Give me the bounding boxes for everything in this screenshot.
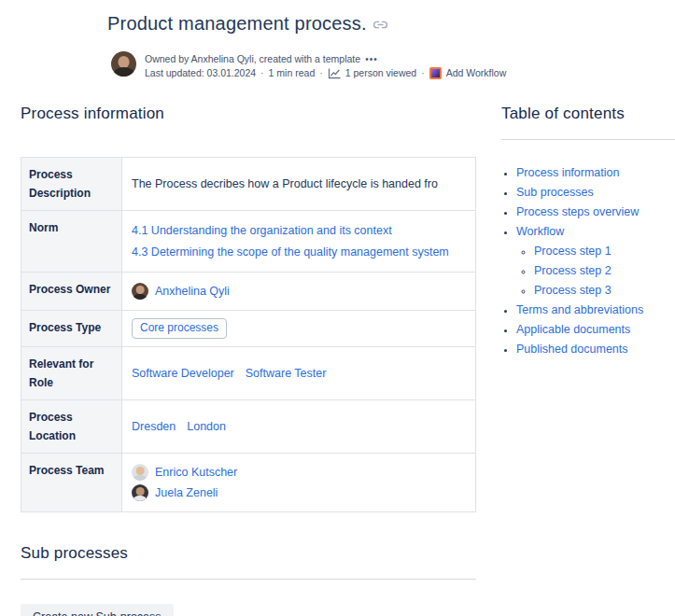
dot-separator: · <box>319 66 323 80</box>
table-row: Relevant for RoleSoftware DeveloperSoftw… <box>21 347 476 400</box>
add-workflow-link[interactable]: Add Workflow <box>446 66 507 80</box>
main-content: Process information Process DescriptionT… <box>21 105 476 616</box>
avatar-enrico-kutscher <box>132 464 148 481</box>
process-information-heading: Process information <box>21 105 476 123</box>
owner-line: Owned by Anxhelina Qyli, created with a … <box>145 52 360 66</box>
avatar-juela-zeneli <box>132 484 148 501</box>
link-4-3-determining-the-scope-of-the-quality-management-system[interactable]: 4.3 Determining the scope of the quality… <box>132 243 466 261</box>
toc-link-process-step-1[interactable]: Process step 1 <box>534 245 612 258</box>
chip-core-processes[interactable]: Core processes <box>132 318 227 339</box>
row-text: The Process decribes how a Product lifec… <box>132 177 438 190</box>
table-row: Process OwnerAnxhelina Qyli <box>21 273 476 311</box>
dot-separator: · <box>260 66 264 80</box>
table-row: Process TypeCore processes <box>21 311 476 347</box>
row-value-process-description: The Process decribes how a Product lifec… <box>122 158 476 211</box>
toc-item: Process step 1 <box>534 243 675 260</box>
page: Product management process. Owned by Anx… <box>0 0 675 616</box>
toc-item: Published documents <box>516 341 675 358</box>
toc-item: Process step 2 <box>534 262 675 280</box>
table-row: Process TeamEnrico KutscherJuela Zeneli <box>21 454 476 512</box>
user-link-juela-zeneli[interactable]: Juela Zeneli <box>155 483 218 502</box>
dot-separator: · <box>421 66 425 80</box>
page-title-row: Product management process. <box>107 13 387 35</box>
toc-link-sub-processes[interactable]: Sub processes <box>516 186 594 199</box>
row-label-process-type: Process Type <box>21 311 122 347</box>
toc-link-process-step-3[interactable]: Process step 3 <box>534 284 612 297</box>
toc-item: Applicable documents <box>516 321 675 339</box>
toc-link-workflow[interactable]: Workflow <box>516 225 564 238</box>
toc-link-published-documents[interactable]: Published documents <box>516 343 628 356</box>
table-row: Norm4.1 Understanding the organization a… <box>21 211 476 273</box>
user-anxhelina-qyli: Anxhelina Qyli <box>132 282 466 301</box>
toc-item: Process steps overview <box>516 203 675 221</box>
row-value-process-location: DresdenLondon <box>122 400 476 454</box>
user-enrico-kutscher: Enrico Kutscher <box>132 463 466 482</box>
owner-avatar[interactable] <box>111 51 136 77</box>
avatar-anxhelina-qyli <box>132 283 148 300</box>
toc-divider <box>501 139 675 140</box>
toc-item: Terms and abbreviations <box>516 301 675 319</box>
sub-processes-heading: Sub processes <box>21 544 476 563</box>
link-london[interactable]: London <box>187 420 226 433</box>
row-label-process-team: Process Team <box>21 454 122 512</box>
row-label-process-description: Process Description <box>21 158 122 211</box>
user-link-anxhelina-qyli[interactable]: Anxhelina Qyli <box>155 282 230 301</box>
viewed-count[interactable]: 1 person viewed <box>345 66 416 80</box>
row-value-process-owner: Anxhelina Qyli <box>122 273 476 311</box>
user-link-enrico-kutscher[interactable]: Enrico Kutscher <box>155 463 237 482</box>
row-value-relevant-for-role: Software DeveloperSoftware Tester <box>122 347 476 400</box>
toc-sublist: Process step 1Process step 2Process step… <box>516 243 675 300</box>
table-of-contents: Table of contents Process informationSub… <box>501 105 675 360</box>
link-software-tester[interactable]: Software Tester <box>246 367 327 380</box>
row-label-norm: Norm <box>21 211 122 273</box>
process-information-table: Process DescriptionThe Process decribes … <box>21 157 476 512</box>
toc-link-applicable-documents[interactable]: Applicable documents <box>516 323 630 336</box>
toc-link-process-step-2[interactable]: Process step 2 <box>534 264 612 277</box>
copy-link-icon[interactable] <box>373 18 387 32</box>
byline: Owned by Anxhelina Qyli, created with a … <box>111 51 506 80</box>
create-sub-process-button[interactable]: Create new Sub-process <box>21 604 174 616</box>
row-label-process-owner: Process Owner <box>21 273 122 311</box>
toc-link-process-information[interactable]: Process information <box>516 166 619 179</box>
row-value-process-team: Enrico KutscherJuela Zeneli <box>122 454 476 512</box>
section-divider <box>21 579 476 580</box>
toc-item: Process step 3 <box>534 282 675 300</box>
table-row: Process LocationDresdenLondon <box>21 400 476 454</box>
link-dresden[interactable]: Dresden <box>132 420 176 433</box>
read-time: 1 min read <box>269 66 316 80</box>
toc-item: Sub processes <box>516 184 675 202</box>
toc-link-process-steps-overview[interactable]: Process steps overview <box>516 205 639 218</box>
toc-link-terms-and-abbreviations[interactable]: Terms and abbreviations <box>516 303 643 316</box>
row-label-relevant-for-role: Relevant for Role <box>21 347 122 400</box>
toc-item: WorkflowProcess step 1Process step 2Proc… <box>516 223 675 300</box>
last-updated: Last updated: 03.01.2024 <box>145 66 256 80</box>
toc-heading: Table of contents <box>501 105 675 123</box>
row-value-norm: 4.1 Understanding the organization and i… <box>122 211 476 273</box>
row-value-process-type: Core processes <box>122 311 476 347</box>
table-row: Process DescriptionThe Process decribes … <box>21 158 476 211</box>
link-4-1-understanding-the-organization-and-its-context[interactable]: 4.1 Understanding the organization and i… <box>132 221 466 240</box>
more-options-icon[interactable]: ••• <box>365 52 378 66</box>
toc-item: Process information <box>516 164 675 182</box>
row-label-process-location: Process Location <box>21 400 122 454</box>
sub-processes-section: Sub processes Create new Sub-process <box>21 544 476 616</box>
workflow-app-icon[interactable] <box>429 67 442 79</box>
user-juela-zeneli: Juela Zeneli <box>132 483 466 502</box>
page-title: Product management process. <box>107 13 367 35</box>
analytics-chart-icon[interactable] <box>328 68 341 79</box>
link-software-developer[interactable]: Software Developer <box>132 367 234 380</box>
